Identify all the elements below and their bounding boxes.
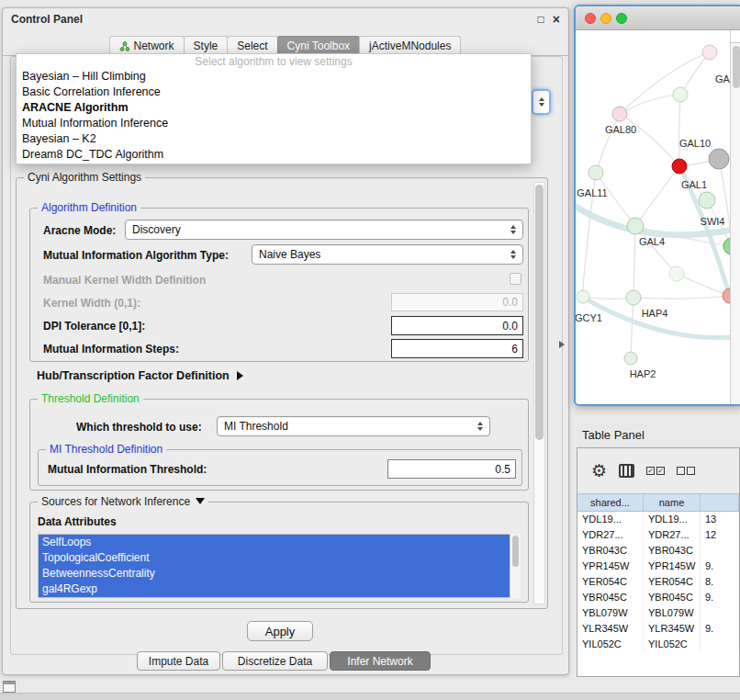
- which-threshold-label: Which threshold to use:: [76, 421, 202, 434]
- algorithm-option[interactable]: Bayesian – K2: [17, 131, 531, 147]
- manual-kernel-width-label: Manual Kernel Width Definition: [43, 274, 206, 287]
- algorithm-option[interactable]: Bayesian – Hill Climbing: [17, 69, 531, 85]
- settings-scrollbar-thumb[interactable]: [535, 185, 544, 440]
- graph-node-label: HAP2: [630, 368, 656, 379]
- table-row[interactable]: YER054CYER054C8.: [577, 574, 739, 590]
- attribute-item[interactable]: SelfLoops: [39, 535, 520, 550]
- table-header: shared... name: [577, 494, 739, 512]
- mi-algorithm-type-combobox[interactable]: Naive Bayes: [252, 244, 523, 265]
- sources-group-toggle[interactable]: Sources for Network Inference: [38, 495, 208, 508]
- graph-node[interactable]: [673, 87, 688, 102]
- apply-button[interactable]: Apply: [247, 621, 313, 641]
- which-threshold-combobox[interactable]: MI Threshold: [217, 416, 490, 436]
- tab-network[interactable]: Network: [109, 36, 185, 55]
- aracne-mode-combobox[interactable]: Discovery: [125, 220, 523, 240]
- graph-node[interactable]: [577, 290, 589, 303]
- table-cell: YBR043C: [644, 543, 701, 559]
- table-cell: 9.: [701, 590, 739, 605]
- table-panel-title: Table Panel: [582, 428, 645, 442]
- tab-cyni-toolbox[interactable]: Cyni Toolbox: [277, 36, 360, 55]
- table-cell: YPR145W: [577, 559, 644, 574]
- hub-section-toggle[interactable]: Hub/Transcription Factor Definition: [37, 369, 243, 382]
- zoom-traffic-light[interactable]: [616, 13, 627, 24]
- control-panel-titlebar: Control Panel □ ×: [3, 8, 568, 30]
- table-cell: YIL052C: [577, 637, 644, 652]
- aracne-mode-value: Discovery: [132, 223, 181, 236]
- cyni-algorithm-settings-group: Cyni Algorithm Settings Algorithm Defini…: [16, 177, 548, 609]
- checked-box-icon: [656, 467, 665, 475]
- algorithm-option[interactable]: Mutual Information Inference: [17, 116, 531, 131]
- attribute-item[interactable]: gal4RGexp: [39, 581, 520, 597]
- attributes-scrollbar-thumb[interactable]: [512, 536, 519, 567]
- algorithm-definition-title: Algorithm Definition: [38, 201, 140, 214]
- tab-impute-data[interactable]: Impute Data: [137, 651, 220, 671]
- graph-node[interactable]: [624, 352, 637, 365]
- algorithm-combobox-fragment[interactable]: [532, 89, 551, 115]
- dpi-tolerance-field[interactable]: [391, 316, 523, 335]
- deselect-all-columns-icon[interactable]: [677, 467, 695, 475]
- gear-icon[interactable]: ⚙: [591, 462, 607, 480]
- attribute-item[interactable]: TopologicalCoefficient: [39, 550, 520, 566]
- table-row[interactable]: YPR145WYPR145W9.: [577, 559, 739, 574]
- mi-algorithm-type-label: Mutual Information Algorithm Type:: [43, 249, 229, 262]
- column-header-name[interactable]: name: [644, 494, 701, 511]
- tab-jactivemnodules[interactable]: jActiveMNodules: [359, 36, 461, 55]
- bottom-tab-label: Impute Data: [149, 655, 208, 668]
- tab-style[interactable]: Style: [184, 36, 229, 55]
- mi-threshold-label: Mutual Information Threshold:: [48, 463, 207, 476]
- table-row[interactable]: YDR27...YDR27...12: [577, 527, 739, 543]
- minimize-traffic-light[interactable]: [600, 13, 611, 24]
- attribute-item[interactable]: BetweennessCentrality: [39, 566, 520, 581]
- graph-node[interactable]: [702, 45, 717, 60]
- mi-threshold-field[interactable]: [387, 459, 516, 479]
- graph-node[interactable]: [699, 192, 715, 209]
- table-row[interactable]: YBR043CYBR043C: [577, 543, 739, 559]
- float-window-icon[interactable]: □: [538, 14, 544, 25]
- algorithm-option-list: Bayesian – Hill ClimbingBasic Correlatio…: [17, 69, 531, 163]
- table-cell: YDL19...: [577, 512, 644, 527]
- algorithm-dropdown-placeholder: Select algorithm to view settings: [17, 54, 531, 69]
- columns-icon[interactable]: [619, 464, 634, 478]
- graph-node[interactable]: [589, 165, 603, 180]
- bottom-tab-label: Discretize Data: [238, 655, 312, 668]
- mi-steps-field[interactable]: [391, 339, 523, 358]
- restore-panel-icon[interactable]: [3, 681, 16, 693]
- close-window-icon[interactable]: ×: [553, 14, 560, 25]
- table-row[interactable]: YDL19...YDL19...13: [577, 512, 739, 527]
- control-panel-window: Control Panel □ × Network Style: [2, 7, 569, 675]
- tab-infer-network[interactable]: Infer Network: [330, 651, 431, 671]
- table-row[interactable]: YBR045CYBR045C9.: [577, 590, 739, 605]
- table-row[interactable]: YLR345WYLR345W9.: [577, 621, 739, 637]
- algorithm-dropdown-popup: Select algorithm to view settings Bayesi…: [16, 53, 532, 164]
- table-row[interactable]: YIL052CYIL052C: [577, 637, 739, 652]
- scrollbar-button[interactable]: [731, 30, 740, 43]
- tab-label: Style: [194, 40, 219, 52]
- graph-node[interactable]: [709, 149, 729, 169]
- combo-arrows-icon: [477, 422, 483, 431]
- column-header-shared-name[interactable]: shared...: [577, 494, 644, 511]
- graph-node[interactable]: [626, 290, 641, 305]
- sources-group-title: Sources for Network Inference: [41, 495, 190, 508]
- manual-kernel-width-checkbox[interactable]: [510, 273, 521, 285]
- algorithm-option[interactable]: Basic Correlation Inference: [17, 85, 531, 100]
- table-toolbar: ⚙: [577, 448, 739, 494]
- graph-node[interactable]: [612, 107, 627, 121]
- tab-discretize-data[interactable]: Discretize Data: [222, 651, 328, 671]
- graph-node[interactable]: [672, 159, 687, 174]
- graph-node[interactable]: [627, 218, 644, 234]
- network-canvas[interactable]: GAL80GAL10GAL11GAL1SWI4GAL4GCY1HAP4HAP2G…: [576, 30, 740, 404]
- algorithm-option[interactable]: Dream8 DC_TDC Algorithm: [17, 147, 531, 163]
- close-traffic-light[interactable]: [585, 13, 596, 24]
- graph-node[interactable]: [669, 266, 684, 281]
- graph-node-label: GAL4: [639, 236, 665, 247]
- column-header-partial[interactable]: [701, 494, 739, 511]
- kernel-width-field[interactable]: [391, 293, 523, 311]
- window-controls: □ ×: [538, 14, 560, 25]
- algorithm-option[interactable]: ARACNE Algorithm: [17, 100, 531, 116]
- network-scrollbar-thumb[interactable]: [733, 46, 740, 88]
- mi-steps-label: Mutual Information Steps:: [43, 343, 179, 356]
- tab-select[interactable]: Select: [227, 36, 277, 55]
- select-all-columns-icon[interactable]: [646, 467, 665, 475]
- splitpane-collapse-arrow[interactable]: [559, 341, 565, 348]
- table-row[interactable]: YBL079WYBL079W: [577, 605, 739, 621]
